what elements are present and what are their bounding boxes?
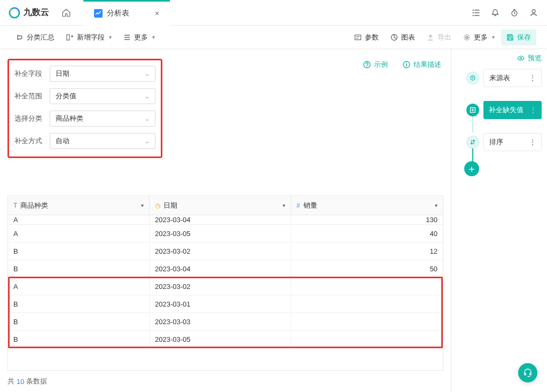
example-link-label: 示例 <box>374 60 388 69</box>
export-icon <box>427 34 434 41</box>
export-button[interactable]: 导出 <box>421 29 457 45</box>
save-label: 保存 <box>517 33 531 42</box>
tab-close-button[interactable]: × <box>155 9 159 18</box>
user-icon[interactable] <box>529 8 538 18</box>
table-row: B2023-03-01 <box>8 295 443 313</box>
eye-icon <box>517 54 525 62</box>
step-list: 来源表⋮补全缺失值⋮排序⋮ <box>457 68 542 161</box>
column-name: 日期 <box>163 201 177 210</box>
table-cell: 12 <box>291 242 443 260</box>
gear-icon <box>463 34 471 41</box>
config-field-label: 补全字段 <box>14 69 44 79</box>
config-range-select[interactable]: 分类值 ⌄ <box>50 88 155 104</box>
chart-icon <box>390 34 398 41</box>
example-link[interactable]: 示例 <box>363 60 388 69</box>
step-icon <box>466 136 479 148</box>
column-header[interactable]: ◷日期 ▾ <box>150 196 291 215</box>
column-header[interactable]: T商品种类 ▾ <box>8 196 150 215</box>
toolbar-more-left-button[interactable]: 更多 ▾ <box>118 29 160 45</box>
step-item[interactable]: 排序⋮ <box>466 132 542 152</box>
result-desc-link[interactable]: 结果描述 <box>403 60 441 69</box>
table-cell: 40 <box>291 225 443 242</box>
add-field-button[interactable]: 新增字段 ▾ <box>61 29 117 45</box>
support-fab[interactable] <box>518 363 537 382</box>
table-cell: 2023-03-02 <box>150 278 291 295</box>
svg-point-0 <box>10 9 12 11</box>
toolbar-more-right-button[interactable]: 更多 ▾ <box>458 29 500 45</box>
table-row: A2023-03-02 <box>8 278 443 295</box>
svg-point-2 <box>532 10 535 13</box>
tab-title: 分析表 <box>107 9 129 18</box>
stopwatch-icon[interactable] <box>510 8 519 18</box>
table-cell <box>291 313 443 330</box>
table-row: B2023-03-0212 <box>8 242 443 260</box>
column-menu-icon[interactable]: ▾ <box>435 202 437 208</box>
add-field-label: 新增字段 <box>77 33 105 42</box>
text-type-icon: T <box>13 202 17 209</box>
chevron-down-icon: ⌄ <box>145 115 150 122</box>
footer-prefix: 共 <box>7 377 14 386</box>
table-row: B2023-03-0450 <box>8 260 443 278</box>
footer-suffix: 条数据 <box>26 377 47 386</box>
step-item[interactable]: 来源表⋮ <box>466 68 542 88</box>
svg-point-9 <box>520 57 521 59</box>
add-field-icon <box>66 34 74 41</box>
help-links: 示例 结果描述 <box>363 60 451 69</box>
column-menu-icon[interactable]: ▾ <box>141 202 144 208</box>
chart-button[interactable]: 图表 <box>385 29 420 45</box>
tab-analysis-sheet[interactable]: 分析表 × <box>83 0 170 26</box>
step-body: 排序⋮ <box>483 133 542 151</box>
step-icon <box>466 104 479 116</box>
config-method-select[interactable]: 自动 ⌄ <box>50 133 155 149</box>
step-icon <box>466 72 479 84</box>
add-step-button[interactable]: ＋ <box>464 161 479 176</box>
step-item[interactable]: 补全缺失值⋮ <box>466 100 542 120</box>
result-desc-link-label: 结果描述 <box>413 60 441 69</box>
config-field-select[interactable]: 日期 ⌄ <box>50 66 155 82</box>
chevron-down-icon: ⌄ <box>145 138 150 145</box>
table-row: B2023-03-03 <box>8 313 443 331</box>
table-cell: 2023-03-04 <box>150 215 291 224</box>
steps-sidebar: 预览 来源表⋮补全缺失值⋮排序⋮ ＋ <box>451 49 547 392</box>
svg-point-11 <box>472 77 474 79</box>
toolbar-more-left-label: 更多 <box>134 33 148 42</box>
config-range-value: 分类值 <box>56 91 76 101</box>
table-cell: A <box>8 225 150 242</box>
params-icon <box>354 34 362 41</box>
table-cell: 2023-03-01 <box>150 295 291 312</box>
svg-point-6 <box>466 36 468 38</box>
preview-label: 预览 <box>528 53 542 63</box>
config-class-value: 商品种类 <box>56 114 83 123</box>
logo-icon <box>9 7 20 19</box>
headset-icon <box>523 368 533 378</box>
step-label: 补全缺失值 <box>489 105 523 115</box>
table-cell: 2023-03-02 <box>150 242 291 260</box>
chevron-down-icon: ⌄ <box>145 93 150 100</box>
config-class-select[interactable]: 商品种类 ⌄ <box>50 111 155 127</box>
table-row: B2023-03-05 <box>8 331 443 348</box>
toolbar: 分类汇总 新增字段 ▾ 更多 ▾ 参数 图表 导出 更多 ▾ 保存 <box>0 26 547 49</box>
preview-link[interactable]: 预览 <box>457 53 542 63</box>
params-label: 参数 <box>365 33 379 42</box>
table-row: A2023-03-0540 <box>8 225 443 242</box>
step-menu-icon[interactable]: ⋮ <box>529 74 537 82</box>
table-cell: B <box>8 295 150 312</box>
step-menu-icon[interactable]: ⋮ <box>529 138 537 146</box>
list-icon[interactable] <box>471 8 481 18</box>
config-method-value: 自动 <box>56 136 69 146</box>
column-menu-icon[interactable]: ▾ <box>283 202 285 208</box>
save-icon <box>506 34 514 41</box>
bell-icon[interactable] <box>490 8 500 18</box>
column-header[interactable]: #销量 ▾ <box>291 196 443 215</box>
group-summary-button[interactable]: 分类汇总 <box>11 29 60 45</box>
home-button[interactable] <box>58 4 75 21</box>
table-cell: B <box>8 331 150 348</box>
topbar: 九数云 分析表 × <box>0 0 547 26</box>
save-button[interactable]: 保存 <box>501 29 536 45</box>
step-menu-icon[interactable]: ⋮ <box>529 106 537 114</box>
table-cell: 130 <box>291 215 443 224</box>
table-cell: 2023-03-05 <box>150 331 291 348</box>
step-label: 来源表 <box>489 73 510 83</box>
app-name: 九数云 <box>24 7 49 18</box>
params-button[interactable]: 参数 <box>349 29 384 45</box>
